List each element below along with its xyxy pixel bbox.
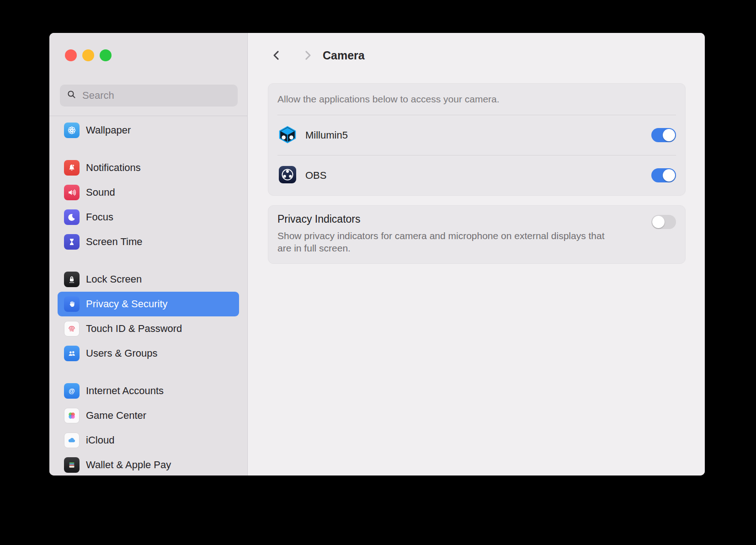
search-input[interactable] (81, 89, 231, 102)
sidebar-item-label: Focus (86, 211, 113, 223)
sidebar-item-privacy-security[interactable]: Privacy & Security (58, 292, 239, 316)
privacy-indicators-description: Show privacy indicators for camera and m… (277, 230, 616, 254)
search-icon (66, 89, 77, 102)
app-row-millumin: Millumin5 (277, 115, 676, 155)
traffic-lights (65, 49, 238, 61)
sidebar: Wallpaper Notifications (49, 33, 248, 476)
sidebar-item-label: Internet Accounts (86, 385, 164, 397)
app-name: OBS (305, 170, 644, 182)
minimize-window-button[interactable] (82, 49, 94, 61)
sidebar-item-game-center[interactable]: Game Center (58, 403, 239, 428)
app-name: Millumin5 (305, 129, 644, 141)
sidebar-item-label: Screen Time (86, 236, 143, 248)
sidebar-item-touch-id-password[interactable]: Touch ID & Password (58, 316, 239, 341)
sidebar-item-label: Notifications (86, 162, 141, 174)
sidebar-item-icloud[interactable]: iCloud (58, 428, 239, 453)
main-header: Camera (269, 47, 705, 64)
lock-icon (64, 272, 80, 287)
game-bubbles-icon (64, 408, 80, 423)
hourglass-icon (64, 234, 80, 250)
system-settings-window: Wallpaper Notifications (49, 33, 705, 476)
sidebar-item-sound[interactable]: Sound (58, 180, 239, 205)
millumin-camera-toggle[interactable] (651, 128, 676, 142)
privacy-indicators-toggle[interactable] (651, 215, 676, 229)
obs-app-icon (277, 165, 298, 187)
forward-button[interactable] (300, 47, 315, 64)
two-people-icon (64, 346, 80, 361)
obs-camera-toggle[interactable] (651, 168, 676, 182)
sidebar-item-internet-accounts[interactable]: @ Internet Accounts (58, 379, 239, 403)
sidebar-item-lock-screen[interactable]: Lock Screen (58, 267, 239, 292)
sidebar-item-label: Users & Groups (86, 347, 158, 359)
sidebar-header (49, 33, 247, 116)
sidebar-item-wallpaper[interactable]: Wallpaper (58, 118, 239, 143)
sidebar-item-label: Lock Screen (86, 273, 142, 285)
wallpaper-icon (64, 123, 80, 138)
back-button[interactable] (269, 47, 284, 64)
sidebar-item-screen-time[interactable]: Screen Time (58, 230, 239, 254)
fingerprint-icon (64, 321, 80, 337)
sidebar-item-label: iCloud (86, 434, 114, 446)
sidebar-item-label: Touch ID & Password (86, 323, 182, 335)
sidebar-item-wallet-apple-pay[interactable]: Wallet & Apple Pay (58, 453, 239, 476)
sidebar-item-focus[interactable]: Focus (58, 205, 239, 230)
sidebar-item-label: Wallpaper (86, 124, 131, 136)
sidebar-item-label: Wallet & Apple Pay (86, 459, 171, 471)
hand-icon (64, 296, 80, 312)
sidebar-item-label: Privacy & Security (86, 298, 168, 310)
camera-card-description: Allow the applications below to access y… (277, 84, 676, 115)
zoom-window-button[interactable] (100, 49, 112, 61)
camera-permissions-card: Allow the applications below to access y… (268, 83, 686, 196)
privacy-indicators-title: Privacy Indicators (277, 213, 676, 225)
search-field[interactable] (60, 85, 238, 107)
sidebar-item-label: Game Center (86, 410, 146, 422)
privacy-indicators-card: Privacy Indicators Show privacy indicato… (268, 205, 686, 264)
speaker-icon (64, 185, 80, 200)
millumin-app-icon (277, 124, 298, 146)
close-window-button[interactable] (65, 49, 77, 61)
app-row-obs: OBS (277, 155, 676, 195)
at-sign-icon: @ (64, 383, 80, 399)
cloud-icon (64, 433, 80, 448)
svg-text:@: @ (69, 388, 75, 395)
moon-icon (64, 209, 80, 225)
page-title: Camera (323, 49, 365, 62)
sidebar-item-label: Sound (86, 187, 115, 198)
bell-icon (64, 160, 80, 176)
sidebar-item-users-groups[interactable]: Users & Groups (58, 341, 239, 366)
sidebar-nav: Wallpaper Notifications (49, 116, 247, 476)
sidebar-item-notifications[interactable]: Notifications (58, 155, 239, 180)
main-content: Camera Allow the applications below to a… (248, 33, 705, 476)
wallet-icon (64, 457, 80, 473)
